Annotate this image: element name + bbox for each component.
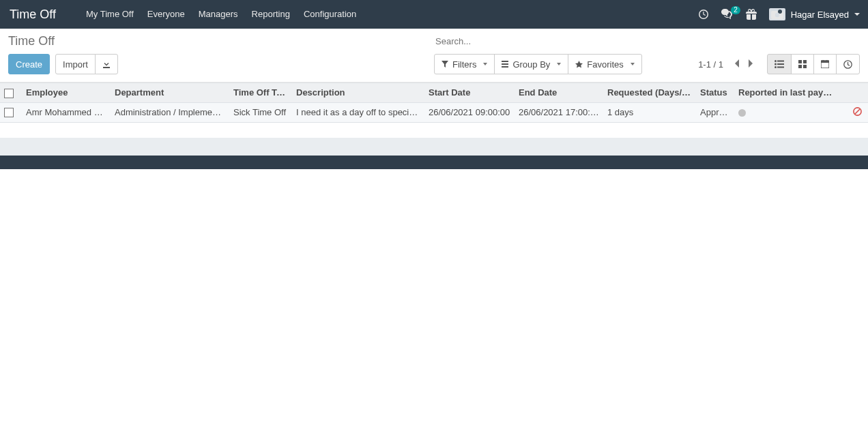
- cell-description: I need it as a day off to special thing: [292, 102, 424, 122]
- import-button[interactable]: Import: [55, 54, 96, 74]
- caret-down-icon: [854, 13, 860, 16]
- favorites-button[interactable]: Favorites: [568, 54, 641, 74]
- col-employee[interactable]: Employee: [22, 83, 111, 103]
- col-department[interactable]: Department: [111, 83, 229, 103]
- create-button[interactable]: Create: [8, 54, 50, 74]
- svg-rect-12: [803, 65, 807, 68]
- pager-prev[interactable]: [730, 55, 744, 74]
- col-requested[interactable]: Requested (Days/Hours): [603, 83, 696, 103]
- pager-value[interactable]: 1-1 / 1: [698, 59, 723, 70]
- cell-end: 26/06/2021 17:00:00: [515, 102, 603, 122]
- view-list-button[interactable]: [767, 54, 792, 74]
- control-panel: Time Off Create Import Filters: [0, 29, 868, 83]
- view-activity-button[interactable]: [836, 54, 860, 74]
- footer-dark-band: [0, 156, 868, 169]
- svg-point-2: [775, 13, 779, 17]
- svg-rect-16: [826, 60, 828, 62]
- list-view-icon: [775, 60, 784, 68]
- cell-type: Sick Time Off: [229, 102, 292, 122]
- pager-next[interactable]: [744, 55, 757, 74]
- breadcrumb: Time Off: [0, 29, 434, 53]
- search-input[interactable]: [434, 32, 857, 50]
- messaging-badge: 2: [731, 6, 740, 14]
- svg-rect-4: [777, 61, 784, 62]
- row-cancel-button[interactable]: [849, 102, 868, 122]
- col-checkbox[interactable]: [0, 83, 22, 103]
- chevron-right-icon: [748, 59, 753, 68]
- messaging-icon[interactable]: 2: [721, 9, 734, 20]
- svg-point-7: [775, 66, 777, 68]
- search-area: [434, 29, 868, 53]
- nav-everyone[interactable]: Everyone: [141, 0, 192, 29]
- col-spacer: [838, 83, 849, 103]
- cell-department: Administration / Implementation: [111, 102, 229, 122]
- caret-down-icon: [483, 63, 487, 65]
- view-kanban-button[interactable]: [791, 54, 814, 74]
- filters-label: Filters: [452, 59, 476, 70]
- svg-point-1: [778, 10, 782, 14]
- time-off-table: Employee Department Time Off Type Descri…: [0, 83, 868, 123]
- col-end[interactable]: End Date: [515, 83, 603, 103]
- cell-requested: 1 days: [603, 102, 696, 122]
- activity-view-icon: [843, 60, 852, 69]
- filters-button[interactable]: Filters: [434, 54, 495, 74]
- caret-down-icon: [557, 63, 561, 65]
- group-by-label: Group By: [512, 59, 550, 70]
- svg-rect-10: [803, 60, 807, 63]
- cell-start: 26/06/2021 09:00:00: [424, 102, 515, 122]
- col-actions: [849, 83, 868, 103]
- table-row[interactable]: Amr Mohammed Sayed Administration / Impl…: [0, 102, 868, 122]
- app-brand[interactable]: Time Off: [10, 8, 56, 22]
- nav-managers[interactable]: Managers: [192, 0, 245, 29]
- navbar-right: 2 Hagar Elsayed: [698, 8, 860, 20]
- nav-my-time-off[interactable]: My Time Off: [79, 0, 141, 29]
- svg-point-3: [775, 60, 777, 62]
- svg-rect-11: [798, 65, 802, 68]
- list-icon: [502, 61, 508, 68]
- svg-rect-8: [777, 67, 784, 68]
- row-checkbox[interactable]: [4, 108, 14, 117]
- svg-rect-14: [821, 61, 829, 63]
- svg-rect-9: [798, 60, 802, 63]
- status-dot-icon: [738, 109, 746, 117]
- cancel-icon: [853, 107, 862, 116]
- download-button[interactable]: [95, 54, 118, 74]
- chevron-left-icon: [734, 59, 740, 68]
- calendar-view-icon: [821, 60, 829, 68]
- svg-line-19: [855, 109, 860, 114]
- download-icon: [102, 60, 111, 68]
- giftbox-icon[interactable]: [746, 9, 757, 20]
- activity-icon[interactable]: [698, 9, 709, 20]
- col-type[interactable]: Time Off Type: [229, 83, 292, 103]
- svg-point-5: [775, 63, 777, 65]
- nav-reporting[interactable]: Reporting: [245, 0, 297, 29]
- cell-status: Approved: [696, 102, 734, 122]
- user-menu[interactable]: Hagar Elsayed: [769, 8, 860, 20]
- col-description[interactable]: Description: [292, 83, 424, 103]
- cell-reported: [734, 102, 838, 122]
- nav-configuration[interactable]: Configuration: [297, 0, 363, 29]
- top-navbar: Time Off My Time Off Everyone Managers R…: [0, 0, 868, 29]
- svg-rect-6: [777, 63, 784, 65]
- col-status[interactable]: Status: [696, 83, 734, 103]
- star-icon: [575, 61, 583, 68]
- group-by-button[interactable]: Group By: [494, 54, 568, 74]
- view-calendar-button[interactable]: [813, 54, 837, 74]
- kanban-view-icon: [798, 60, 807, 68]
- avatar: [769, 8, 785, 20]
- funnel-icon: [442, 61, 448, 68]
- checkbox-icon[interactable]: [4, 89, 14, 98]
- user-name: Hagar Elsayed: [791, 10, 849, 20]
- svg-rect-15: [823, 60, 824, 62]
- favorites-label: Favorites: [587, 59, 623, 70]
- pager: 1-1 / 1: [698, 55, 757, 74]
- table-header-row: Employee Department Time Off Type Descri…: [0, 83, 868, 103]
- cell-employee: Amr Mohammed Sayed: [22, 102, 111, 122]
- footer-gray-band: [0, 138, 868, 156]
- caret-down-icon: [631, 63, 635, 65]
- col-reported[interactable]: Reported in last payslips: [734, 83, 838, 103]
- nav-menus: My Time Off Everyone Managers Reporting …: [79, 0, 363, 29]
- col-start[interactable]: Start Date: [424, 83, 515, 103]
